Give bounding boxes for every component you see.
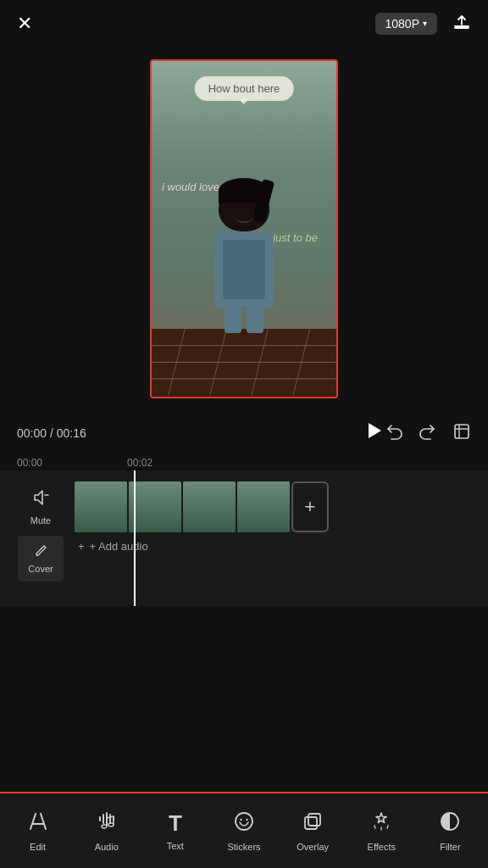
svg-point-13 <box>102 825 107 828</box>
strip-frame-1 <box>75 481 127 532</box>
add-audio-label: + Add audio <box>90 540 148 553</box>
header: ✕ 1080P ▾ <box>0 0 488 47</box>
mute-tool[interactable]: Mute <box>30 487 51 526</box>
playback-bar: 00:00 / 00:16 <box>0 411 488 455</box>
character-head <box>219 185 269 231</box>
effects-label: Effects <box>368 842 396 852</box>
toolbar-item-overlay[interactable]: Overlay <box>279 802 347 860</box>
time-separator: / <box>50 426 53 440</box>
text-icon: T <box>169 810 182 837</box>
toolbar-item-audio[interactable]: Audio <box>72 802 141 860</box>
total-time: 00:16 <box>57 426 86 440</box>
stickers-label: Stickers <box>227 842 260 852</box>
svg-rect-19 <box>308 814 320 826</box>
toolbar-item-stickers[interactable]: Stickers <box>209 802 278 860</box>
speech-bubble: How bout here <box>195 76 294 101</box>
video-preview-area: How bout here i would love ♥ just to be <box>0 47 488 411</box>
strip-frame-inner-4 <box>237 481 290 532</box>
ground-lines <box>152 329 336 396</box>
toolbar-item-effects[interactable]: Effects <box>347 802 416 860</box>
strip-frame-3 <box>183 481 236 532</box>
resolution-button[interactable]: 1080P ▾ <box>375 13 437 35</box>
timeline-left-tools: Mute Cover <box>0 481 68 588</box>
timeline-area: Mute Cover + <box>0 470 488 606</box>
edit-label: Edit <box>30 842 46 852</box>
timeline-right: + + + Add audio <box>68 481 488 553</box>
video-ground <box>152 329 336 397</box>
mute-label: Mute <box>30 515 51 526</box>
time-marker-1: 00:02 <box>127 457 152 469</box>
resolution-label: 1080P <box>385 17 419 31</box>
overlay-icon <box>302 810 324 837</box>
character-leg-left <box>225 308 241 333</box>
svg-rect-8 <box>455 425 469 438</box>
video-preview-frame: How bout here i would love ♥ just to be <box>150 59 338 398</box>
cover-label: Cover <box>28 564 53 574</box>
bottom-toolbar: Edit Audio T Text Stickers <box>0 792 488 868</box>
filter-icon <box>439 810 461 837</box>
svg-point-14 <box>108 823 114 826</box>
toolbar-item-text[interactable]: T Text <box>141 802 209 860</box>
chevron-down-icon: ▾ <box>423 19 427 28</box>
audio-label: Audio <box>95 842 119 852</box>
stickers-icon <box>233 810 255 837</box>
toolbar-item-filter[interactable]: Filter <box>416 802 485 860</box>
add-audio-button[interactable]: + + Add audio <box>75 540 481 553</box>
character-leg-right <box>247 308 263 333</box>
strip-frame-inner-2 <box>129 481 181 532</box>
character-overalls <box>223 240 265 299</box>
undo-icon[interactable] <box>385 422 403 445</box>
character-figure <box>202 185 286 329</box>
fullscreen-icon[interactable] <box>452 422 471 445</box>
play-button[interactable] <box>363 420 385 447</box>
edit-icon <box>27 810 49 837</box>
character-face <box>234 214 254 223</box>
toolbar-item-edit[interactable]: Edit <box>3 802 72 860</box>
svg-point-15 <box>236 813 252 830</box>
time-display: 00:00 / 00:16 <box>17 426 363 440</box>
time-marker-0: 00:00 <box>17 457 42 469</box>
strip-frame-2 <box>129 481 181 532</box>
cover-tool[interactable]: Cover <box>18 536 64 581</box>
strip-frame-inner-3 <box>183 481 236 532</box>
current-time: 00:00 <box>17 426 47 440</box>
upload-icon[interactable] <box>452 12 471 35</box>
text-label: Text <box>167 841 184 851</box>
add-audio-icon: + <box>78 540 85 553</box>
svg-point-16 <box>240 818 241 820</box>
filter-label: Filter <box>440 842 460 852</box>
add-clip-button[interactable]: + <box>291 481 329 532</box>
overlay-label: Overlay <box>297 842 329 852</box>
cover-edit-icon <box>33 543 48 562</box>
playhead <box>134 470 136 606</box>
svg-marker-7 <box>369 423 381 438</box>
strip-frame-4 <box>237 481 290 532</box>
header-right-controls: 1080P ▾ <box>375 12 471 35</box>
strip-frame-inner-1 <box>75 481 127 532</box>
svg-line-10 <box>30 814 36 829</box>
video-strip[interactable]: + <box>75 481 481 533</box>
close-button[interactable]: ✕ <box>17 13 32 35</box>
svg-rect-18 <box>305 817 317 829</box>
timeline-header: 00:00 00:02 <box>0 455 488 470</box>
spacer <box>0 606 488 632</box>
svg-line-11 <box>41 814 46 829</box>
effects-icon <box>370 810 392 837</box>
audio-icon <box>96 810 118 837</box>
svg-point-17 <box>246 818 247 820</box>
character-body <box>214 231 274 308</box>
redo-icon[interactable] <box>419 422 437 445</box>
mute-icon <box>30 487 51 512</box>
playback-right-icons <box>385 422 471 445</box>
